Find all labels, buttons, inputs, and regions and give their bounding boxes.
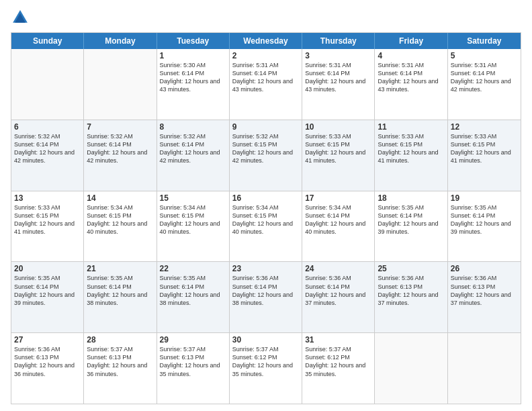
- cell-info: Sunrise: 5:35 AM Sunset: 6:14 PM Dayligh…: [14, 274, 81, 307]
- cell-info: Sunrise: 5:34 AM Sunset: 6:15 PM Dayligh…: [87, 203, 153, 236]
- day-number: 24: [305, 264, 371, 273]
- cal-cell: 13Sunrise: 5:33 AM Sunset: 6:15 PM Dayli…: [11, 191, 84, 262]
- day-number: 29: [160, 335, 226, 345]
- calendar: SundayMondayTuesdayWednesdayThursdayFrid…: [11, 32, 521, 404]
- cal-cell: [84, 49, 157, 120]
- cal-header-saturday: Saturday: [448, 33, 521, 49]
- cal-cell: 25Sunrise: 5:36 AM Sunset: 6:13 PM Dayli…: [375, 262, 447, 332]
- cell-info: Sunrise: 5:32 AM Sunset: 6:14 PM Dayligh…: [160, 132, 226, 165]
- cal-cell: 3Sunrise: 5:31 AM Sunset: 6:14 PM Daylig…: [302, 49, 375, 120]
- cell-info: Sunrise: 5:31 AM Sunset: 6:14 PM Dayligh…: [378, 61, 444, 94]
- cal-cell: 6Sunrise: 5:32 AM Sunset: 6:14 PM Daylig…: [11, 120, 84, 191]
- day-number: 19: [451, 193, 518, 203]
- cal-cell: 26Sunrise: 5:36 AM Sunset: 6:13 PM Dayli…: [448, 262, 521, 332]
- cell-info: Sunrise: 5:33 AM Sunset: 6:15 PM Dayligh…: [378, 132, 444, 165]
- cal-cell: 2Sunrise: 5:31 AM Sunset: 6:14 PM Daylig…: [230, 49, 302, 120]
- cell-info: Sunrise: 5:34 AM Sunset: 6:15 PM Dayligh…: [160, 203, 226, 236]
- logo: [11, 8, 31, 27]
- header: [11, 8, 521, 27]
- cal-header-sunday: Sunday: [11, 33, 84, 49]
- cell-info: Sunrise: 5:31 AM Sunset: 6:14 PM Dayligh…: [232, 61, 299, 94]
- day-number: 27: [14, 335, 81, 345]
- cell-info: Sunrise: 5:31 AM Sunset: 6:14 PM Dayligh…: [451, 61, 518, 94]
- cal-cell: 29Sunrise: 5:37 AM Sunset: 6:13 PM Dayli…: [157, 333, 230, 404]
- cell-info: Sunrise: 5:35 AM Sunset: 6:14 PM Dayligh…: [451, 203, 518, 236]
- day-number: 3: [305, 51, 371, 60]
- cal-cell: 16Sunrise: 5:34 AM Sunset: 6:15 PM Dayli…: [230, 191, 302, 262]
- cell-info: Sunrise: 5:37 AM Sunset: 6:13 PM Dayligh…: [160, 345, 226, 378]
- cell-info: Sunrise: 5:36 AM Sunset: 6:13 PM Dayligh…: [378, 274, 444, 307]
- cal-header-tuesday: Tuesday: [157, 33, 230, 49]
- cal-cell: [11, 49, 84, 120]
- day-number: 25: [378, 264, 444, 273]
- cal-cell: 22Sunrise: 5:35 AM Sunset: 6:14 PM Dayli…: [157, 262, 230, 332]
- cal-cell: 17Sunrise: 5:34 AM Sunset: 6:14 PM Dayli…: [302, 191, 375, 262]
- day-number: 15: [160, 193, 226, 203]
- cell-info: Sunrise: 5:37 AM Sunset: 6:12 PM Dayligh…: [232, 345, 299, 378]
- day-number: 22: [160, 264, 226, 273]
- cal-cell: 1Sunrise: 5:30 AM Sunset: 6:14 PM Daylig…: [157, 49, 230, 120]
- calendar-week-3: 13Sunrise: 5:33 AM Sunset: 6:15 PM Dayli…: [11, 191, 521, 263]
- day-number: 6: [14, 122, 81, 132]
- cell-info: Sunrise: 5:32 AM Sunset: 6:14 PM Dayligh…: [14, 132, 81, 165]
- calendar-header-row: SundayMondayTuesdayWednesdayThursdayFrid…: [11, 33, 521, 49]
- day-number: 10: [305, 122, 371, 132]
- day-number: 20: [14, 264, 81, 273]
- day-number: 13: [14, 193, 81, 203]
- cal-cell: 24Sunrise: 5:36 AM Sunset: 6:14 PM Dayli…: [302, 262, 375, 332]
- cal-header-wednesday: Wednesday: [230, 33, 302, 49]
- cal-cell: 15Sunrise: 5:34 AM Sunset: 6:15 PM Dayli…: [157, 191, 230, 262]
- cell-info: Sunrise: 5:34 AM Sunset: 6:14 PM Dayligh…: [305, 203, 371, 236]
- calendar-week-1: 1Sunrise: 5:30 AM Sunset: 6:14 PM Daylig…: [11, 49, 521, 120]
- cell-info: Sunrise: 5:37 AM Sunset: 6:13 PM Dayligh…: [87, 345, 153, 378]
- day-number: 4: [378, 51, 444, 60]
- cell-info: Sunrise: 5:30 AM Sunset: 6:14 PM Dayligh…: [160, 61, 226, 94]
- day-number: 17: [305, 193, 371, 203]
- cal-cell: 20Sunrise: 5:35 AM Sunset: 6:14 PM Dayli…: [11, 262, 84, 332]
- day-number: 28: [87, 335, 153, 345]
- calendar-week-5: 27Sunrise: 5:36 AM Sunset: 6:13 PM Dayli…: [11, 333, 521, 404]
- day-number: 1: [160, 51, 226, 60]
- cal-cell: 27Sunrise: 5:36 AM Sunset: 6:13 PM Dayli…: [11, 333, 84, 404]
- day-number: 16: [232, 193, 299, 203]
- logo-icon: [11, 8, 30, 27]
- cal-cell: [448, 333, 521, 404]
- cal-cell: 18Sunrise: 5:35 AM Sunset: 6:14 PM Dayli…: [375, 191, 447, 262]
- cal-cell: 19Sunrise: 5:35 AM Sunset: 6:14 PM Dayli…: [448, 191, 521, 262]
- day-number: 11: [378, 122, 444, 132]
- day-number: 12: [451, 122, 518, 132]
- cell-info: Sunrise: 5:35 AM Sunset: 6:14 PM Dayligh…: [378, 203, 444, 236]
- cal-header-thursday: Thursday: [302, 33, 375, 49]
- cell-info: Sunrise: 5:32 AM Sunset: 6:15 PM Dayligh…: [232, 132, 299, 165]
- cal-cell: 9Sunrise: 5:32 AM Sunset: 6:15 PM Daylig…: [230, 120, 302, 191]
- cal-cell: 12Sunrise: 5:33 AM Sunset: 6:15 PM Dayli…: [448, 120, 521, 191]
- day-number: 23: [232, 264, 299, 273]
- cal-cell: [375, 333, 447, 404]
- calendar-week-4: 20Sunrise: 5:35 AM Sunset: 6:14 PM Dayli…: [11, 262, 521, 333]
- cal-cell: 31Sunrise: 5:37 AM Sunset: 6:12 PM Dayli…: [302, 333, 375, 404]
- calendar-body: 1Sunrise: 5:30 AM Sunset: 6:14 PM Daylig…: [11, 49, 521, 404]
- cell-info: Sunrise: 5:36 AM Sunset: 6:14 PM Dayligh…: [305, 274, 371, 307]
- cal-cell: 23Sunrise: 5:36 AM Sunset: 6:14 PM Dayli…: [230, 262, 302, 332]
- cell-info: Sunrise: 5:33 AM Sunset: 6:15 PM Dayligh…: [305, 132, 371, 165]
- cal-cell: 14Sunrise: 5:34 AM Sunset: 6:15 PM Dayli…: [84, 191, 157, 262]
- day-number: 26: [451, 264, 518, 273]
- day-number: 31: [305, 335, 371, 345]
- day-number: 2: [232, 51, 299, 60]
- cal-cell: 28Sunrise: 5:37 AM Sunset: 6:13 PM Dayli…: [84, 333, 157, 404]
- day-number: 30: [232, 335, 299, 345]
- day-number: 21: [87, 264, 153, 273]
- cell-info: Sunrise: 5:31 AM Sunset: 6:14 PM Dayligh…: [305, 61, 371, 94]
- cal-header-monday: Monday: [84, 33, 157, 49]
- cell-info: Sunrise: 5:36 AM Sunset: 6:13 PM Dayligh…: [14, 345, 81, 378]
- cell-info: Sunrise: 5:36 AM Sunset: 6:13 PM Dayligh…: [451, 274, 518, 307]
- cell-info: Sunrise: 5:33 AM Sunset: 6:15 PM Dayligh…: [14, 203, 81, 236]
- cell-info: Sunrise: 5:37 AM Sunset: 6:12 PM Dayligh…: [305, 345, 371, 378]
- cell-info: Sunrise: 5:36 AM Sunset: 6:14 PM Dayligh…: [232, 274, 299, 307]
- cell-info: Sunrise: 5:35 AM Sunset: 6:14 PM Dayligh…: [160, 274, 226, 307]
- cal-header-friday: Friday: [375, 33, 447, 49]
- cal-cell: 21Sunrise: 5:35 AM Sunset: 6:14 PM Dayli…: [84, 262, 157, 332]
- page: SundayMondayTuesdayWednesdayThursdayFrid…: [0, 0, 532, 411]
- cal-cell: 10Sunrise: 5:33 AM Sunset: 6:15 PM Dayli…: [302, 120, 375, 191]
- cell-info: Sunrise: 5:34 AM Sunset: 6:15 PM Dayligh…: [232, 203, 299, 236]
